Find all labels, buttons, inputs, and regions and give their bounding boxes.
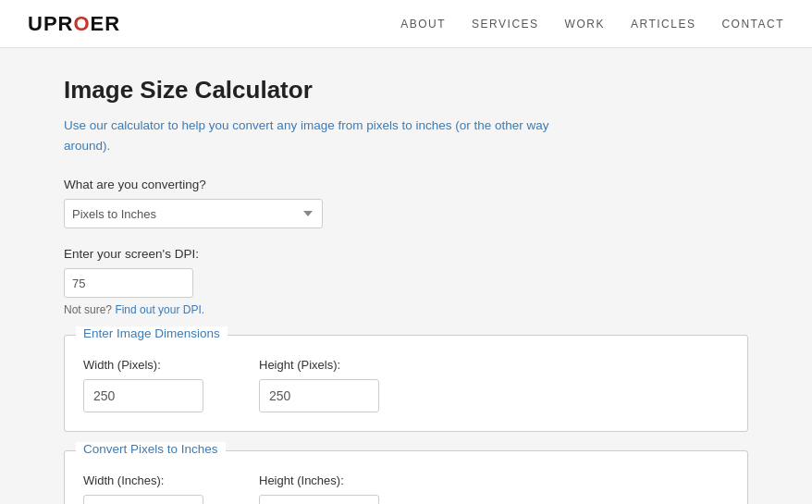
height-pixels-field: Height (Pixels): <box>259 358 379 412</box>
dpi-help-text: Not sure? <box>64 303 112 316</box>
nav-services[interactable]: SERVICES <box>472 18 538 31</box>
width-pixels-field: Width (Pixels): <box>83 358 203 412</box>
main-nav: ABOUT SERVICES WORK ARTICLES CONTACT <box>400 18 784 31</box>
width-pixels-label: Width (Pixels): <box>83 358 203 372</box>
page-description: Use our calculator to help you convert a… <box>64 116 582 155</box>
width-pixels-input[interactable] <box>83 379 203 412</box>
logo-accent: O <box>73 12 90 36</box>
dpi-field-group: Enter your screen's DPI: Not sure? Find … <box>64 247 748 316</box>
result-legend: Convert Pixels to Inches <box>76 442 226 456</box>
converting-field-group: What are you converting? Pixels to Inche… <box>64 178 748 228</box>
height-inches-field: Height (Inches): <box>259 473 379 504</box>
nav-about[interactable]: ABOUT <box>400 18 446 31</box>
logo[interactable]: UPROER <box>28 12 120 36</box>
width-inches-field: Width (Inches): <box>83 473 203 504</box>
converting-label: What are you converting? <box>64 178 748 191</box>
height-pixels-input[interactable] <box>259 379 379 412</box>
header: UPROER ABOUT SERVICES WORK ARTICLES CONT… <box>0 0 812 48</box>
result-box: Convert Pixels to Inches Width (Inches):… <box>64 450 748 504</box>
nav-contact[interactable]: CONTACT <box>721 18 784 31</box>
converting-select[interactable]: Pixels to Inches Inches to Pixels <box>64 199 323 228</box>
width-inches-input[interactable] <box>83 495 203 504</box>
dpi-label: Enter your screen's DPI: <box>64 247 748 261</box>
nav-work[interactable]: WORK <box>565 18 605 31</box>
height-inches-input[interactable] <box>259 495 379 504</box>
result-row: Width (Inches): Height (Inches): <box>83 473 729 504</box>
main-content: Image Size Calculator Use our calculator… <box>45 48 767 504</box>
dpi-help: Not sure? Find out your DPI. <box>64 303 748 316</box>
height-pixels-label: Height (Pixels): <box>259 358 379 372</box>
nav-articles[interactable]: ARTICLES <box>631 18 695 31</box>
height-inches-label: Height (Inches): <box>259 473 379 487</box>
dpi-input[interactable] <box>64 268 193 298</box>
dpi-help-link[interactable]: Find out your DPI. <box>115 303 204 316</box>
dimensions-legend: Enter Image Dimensions <box>76 326 228 340</box>
width-inches-label: Width (Inches): <box>83 473 203 487</box>
dimensions-row: Width (Pixels): Height (Pixels): <box>83 358 729 412</box>
image-dimensions-box: Enter Image Dimensions Width (Pixels): H… <box>64 335 748 432</box>
page-title: Image Size Calculator <box>64 76 748 104</box>
